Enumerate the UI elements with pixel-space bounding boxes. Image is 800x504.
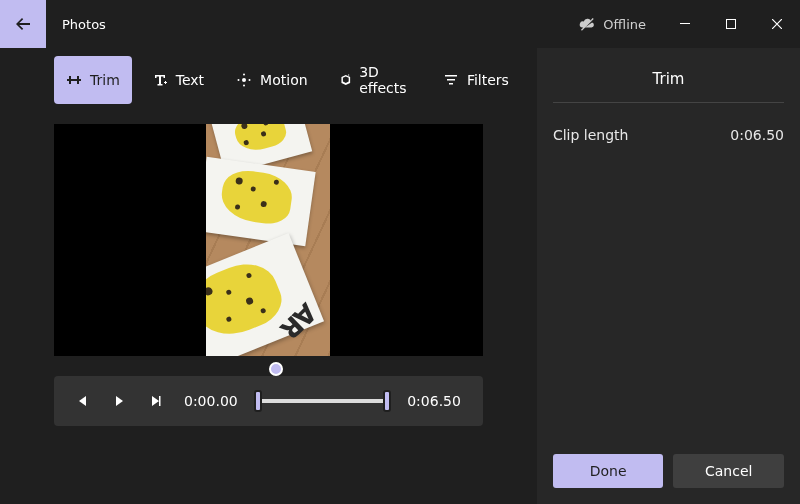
back-arrow-icon (15, 16, 31, 32)
trim-icon (66, 72, 82, 88)
video-preview[interactable]: AR (54, 124, 483, 356)
back-button[interactable] (0, 0, 46, 48)
clip-length-value: 0:06.50 (730, 127, 784, 143)
trim-track[interactable] (256, 399, 390, 403)
prev-frame-button[interactable] (68, 386, 98, 416)
trim-range (258, 399, 388, 403)
trim-tool[interactable]: Trim (54, 56, 132, 104)
panel-title: Trim (553, 70, 784, 102)
clip-length-label: Clip length (553, 127, 629, 143)
svg-point-6 (249, 79, 251, 81)
clip-length-row: Clip length 0:06.50 (553, 127, 784, 143)
editor-area: Trim Text Motion 3D effects Filters (0, 48, 537, 504)
motion-icon (236, 72, 252, 88)
end-time: 0:06.50 (407, 393, 461, 409)
trim-panel: Trim Clip length 0:06.50 Done Cancel (537, 48, 800, 504)
text-tool[interactable]: Text (140, 56, 216, 104)
svg-rect-0 (680, 23, 690, 24)
close-button[interactable] (754, 0, 800, 48)
3d-effects-icon (340, 72, 352, 88)
filters-tool[interactable]: Filters (431, 56, 521, 104)
minimize-icon (680, 19, 690, 29)
maximize-icon (726, 19, 736, 29)
panel-divider (553, 102, 784, 103)
window-controls (662, 0, 800, 48)
current-time: 0:00.00 (184, 393, 238, 409)
done-button[interactable]: Done (553, 454, 664, 488)
cancel-button[interactable]: Cancel (673, 454, 784, 488)
app-title: Photos (62, 17, 106, 32)
playhead-indicator (54, 356, 483, 376)
close-icon (772, 19, 782, 29)
offline-indicator: Offline (563, 16, 662, 32)
svg-point-5 (238, 79, 240, 81)
playback-controls: 0:00.00 0:06.50 (54, 376, 483, 426)
svg-point-4 (243, 85, 245, 87)
maximize-button[interactable] (708, 0, 754, 48)
titlebar: Photos Offline (0, 0, 800, 48)
motion-tool[interactable]: Motion (224, 56, 319, 104)
offline-label: Offline (603, 17, 646, 32)
3d-effects-tool[interactable]: 3D effects (328, 56, 423, 104)
play-button[interactable] (104, 386, 134, 416)
prev-frame-icon (77, 395, 89, 407)
edit-toolbar: Trim Text Motion 3D effects Filters (0, 56, 537, 104)
svg-point-2 (242, 78, 246, 82)
trim-end-handle[interactable] (383, 390, 391, 412)
playhead-dot[interactable] (269, 362, 283, 376)
svg-point-3 (243, 74, 245, 76)
text-icon (152, 72, 168, 88)
minimize-button[interactable] (662, 0, 708, 48)
next-frame-button[interactable] (140, 386, 170, 416)
filters-icon (443, 72, 459, 88)
next-frame-icon (149, 395, 161, 407)
svg-rect-1 (727, 20, 736, 29)
video-frame: AR (206, 124, 330, 356)
cloud-offline-icon (579, 16, 595, 32)
play-icon (113, 395, 125, 407)
trim-start-handle[interactable] (254, 390, 262, 412)
